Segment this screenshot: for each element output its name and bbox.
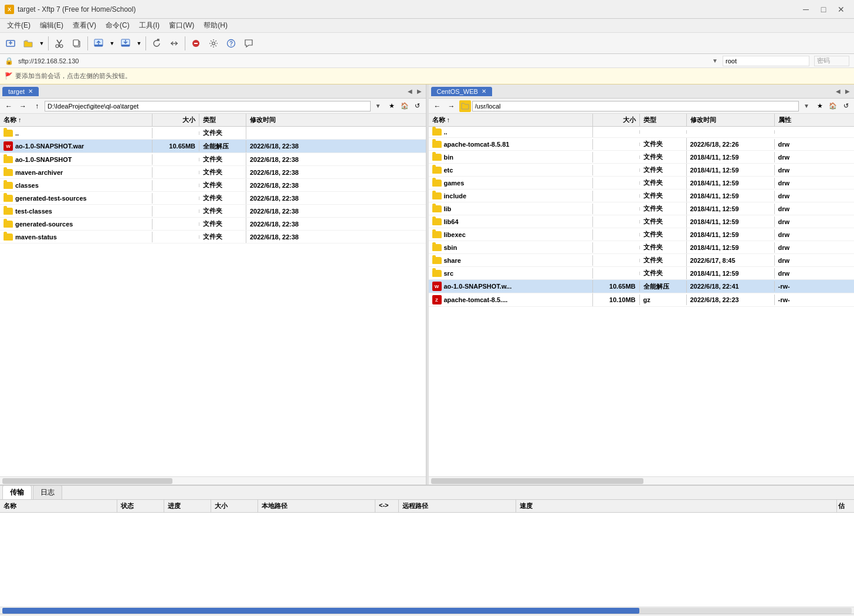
right-row-sbin[interactable]: sbin 文件夹 2018/4/11, 12:59 drw [429,241,855,254]
sync-button[interactable] [166,35,182,52]
menu-file[interactable]: 文件(E) [2,19,35,32]
left-path-input[interactable] [45,101,371,111]
chat-button[interactable] [240,35,257,52]
right-path-dropdown[interactable]: ▼ [800,100,813,112]
menu-command[interactable]: 命令(C) [101,19,134,32]
menu-view[interactable]: 查看(V) [68,19,101,32]
menu-window[interactable]: 窗口(W) [164,19,199,32]
left-row-maven-archiver[interactable]: maven-archiver 文件夹 2022/6/18, 22:38 [0,166,426,179]
left-forward-button[interactable]: → [16,100,29,112]
left-row-war[interactable]: ao-1.0-SNAPSHOT.war 10.65MB 全能解压 2022/6/… [0,140,426,153]
folder-dropdown[interactable]: ▼ [38,35,46,52]
right-tab-next[interactable]: ▶ [843,88,852,94]
left-row-maven-status[interactable]: maven-status 文件夹 2022/6/18, 22:38 [0,231,426,243]
left-row-snapshot[interactable]: ao-1.0-SNAPSHOT 文件夹 2022/6/18, 22:38 [0,153,426,166]
left-col-size-header[interactable]: 大小 [152,114,199,126]
new-session-button[interactable] [2,35,19,52]
right-row-gz[interactable]: apache-tomcat-8.5.... 10.10MB gz 2022/6/… [429,293,855,307]
tc-col-eta: 估 [836,500,854,512]
download-dropdown[interactable]: ▼ [135,35,143,52]
left-col-name-header[interactable]: 名称 ↑ [0,114,152,126]
minimize-button[interactable]: ─ [798,4,814,15]
username-field[interactable] [723,56,809,66]
left-home-button[interactable]: 🏠 [399,100,411,112]
config-button[interactable] [205,35,222,52]
right-row-share[interactable]: share 文件夹 2022/6/17, 8:45 drw [429,254,855,267]
right-refresh-button[interactable]: ↺ [840,100,852,112]
left-panel-nav: ← → ↑ ▼ ★ 🏠 ↺ [0,99,426,114]
right-row-games[interactable]: games 文件夹 2018/4/11, 12:59 drw [429,177,855,189]
right-row-include[interactable]: include 文件夹 2018/4/11, 12:59 drw [429,189,855,202]
left-col-mtime-header[interactable]: 修改时间 [246,114,426,126]
right-bookmark-button[interactable]: ★ [814,100,826,112]
password-field[interactable]: 密码 [814,56,849,66]
left-row-gen-sources[interactable]: generated-sources 文件夹 2022/6/18, 22:38 [0,218,426,231]
transfer-tab-log[interactable]: 日志 [33,485,62,499]
menu-edit[interactable]: 编辑(E) [35,19,68,32]
right-row-lib[interactable]: lib 文件夹 2018/4/11, 12:59 drw [429,202,855,215]
transfer-tab-transfer[interactable]: 传输 [2,485,32,499]
folder-icon [4,169,13,176]
tc-col-remote: 远程路径 [399,500,516,512]
folder-icon [4,182,13,189]
folder-icon [432,141,442,148]
left-scrollbar[interactable] [0,476,426,485]
left-back-button[interactable]: ← [2,100,15,112]
left-up-button[interactable]: ↑ [30,100,43,112]
svg-point-8 [212,42,215,45]
left-tab-target[interactable]: target ✕ [2,87,39,96]
folder-icon [432,231,442,238]
right-path-input[interactable] [472,101,799,111]
left-row-parent[interactable]: .. 文件夹 [0,127,426,140]
right-home-button[interactable]: 🏠 [827,100,839,112]
right-row-libexec[interactable]: libexec 文件夹 2018/4/11, 12:59 drw [429,228,855,241]
upload-button[interactable] [90,35,107,52]
left-bookmark-button[interactable]: ★ [386,100,398,112]
left-path-dropdown[interactable]: ▼ [372,100,385,112]
folder-icon [432,244,442,251]
transfer-header: 名称 状态 进度 大小 本地路径 <-> 远程路径 速度 估 [0,500,854,513]
left-row-classes[interactable]: classes 文件夹 2022/6/18, 22:38 [0,179,426,192]
right-up-button[interactable] [459,100,471,112]
menu-tools[interactable]: 工具(I) [134,19,164,32]
right-col-type-header[interactable]: 类型 [640,114,687,126]
left-tab-nav: ◀ ▶ [406,88,423,94]
delete-button[interactable] [188,35,204,52]
right-col-mtime-header[interactable]: 修改时间 [687,114,775,126]
menu-help[interactable]: 帮助(H) [199,19,232,32]
copy-button[interactable] [69,35,85,52]
download-button[interactable] [117,35,134,52]
right-back-button[interactable]: ← [431,100,444,112]
right-row-etc[interactable]: etc 文件夹 2018/4/11, 12:59 drw [429,164,855,177]
right-col-name-header[interactable]: 名称 ↑ [429,114,593,126]
left-row-gen-test[interactable]: generated-test-sources 文件夹 2022/6/18, 22… [0,192,426,205]
open-folder-button[interactable] [20,35,36,52]
right-tab-centos[interactable]: CentOS_WEB ✕ [431,87,492,96]
right-scrollbar[interactable] [429,476,855,485]
right-row-src[interactable]: src 文件夹 2018/4/11, 12:59 drw [429,267,855,280]
help-button[interactable]: ? [223,35,239,52]
right-row-lib64[interactable]: lib64 文件夹 2018/4/11, 12:59 drw [429,215,855,228]
refresh-button[interactable] [148,35,165,52]
right-tab-close[interactable]: ✕ [482,88,486,94]
right-row-tomcat[interactable]: apache-tomcat-8.5.81 文件夹 2022/6/18, 22:2… [429,138,855,151]
lock-icon: 🔒 [5,57,13,65]
left-tab-close[interactable]: ✕ [28,88,33,94]
maximize-button[interactable]: □ [815,4,832,15]
right-col-size-header[interactable]: 大小 [593,114,640,126]
left-tab-next[interactable]: ▶ [415,88,423,94]
close-button[interactable]: ✕ [833,4,849,15]
right-forward-button[interactable]: → [445,100,458,112]
left-refresh-button[interactable]: ↺ [412,100,423,112]
right-row-war[interactable]: ao-1.0-SNAPSHOT.w... 10.65MB 全能解压 2022/6… [429,280,855,293]
left-col-type-header[interactable]: 类型 [199,114,246,126]
left-tab-prev[interactable]: ◀ [406,88,414,94]
left-row-test-classes[interactable]: test-classes 文件夹 2022/6/18, 22:38 [0,205,426,218]
cut-button[interactable] [51,35,67,52]
upload-dropdown[interactable]: ▼ [108,35,116,52]
right-tab-prev[interactable]: ◀ [834,88,842,94]
right-row-bin[interactable]: bin 文件夹 2018/4/11, 12:59 drw [429,151,855,164]
address-dropdown[interactable]: ▼ [712,57,718,64]
right-row-parent[interactable]: .. [429,127,855,138]
right-col-perm-header[interactable]: 属性 [775,114,855,126]
